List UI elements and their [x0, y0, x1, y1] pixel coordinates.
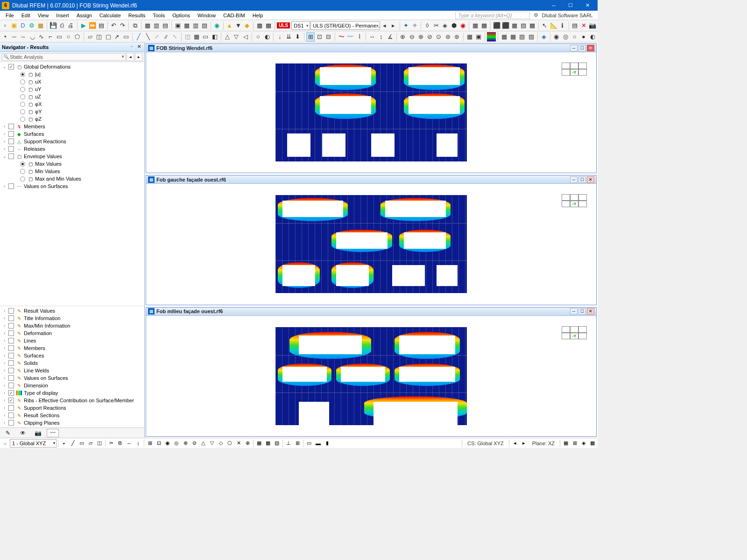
view-header[interactable]: ▦ Fob gauche façade ouest.rf6 ─ ☐ ✕	[146, 175, 596, 184]
iso-icon[interactable]: ◈	[540, 32, 548, 42]
nav-tab-data-icon[interactable]: ✎	[2, 429, 14, 437]
sb-member-icon[interactable]: ▭	[78, 439, 86, 448]
show4-icon[interactable]: ●	[579, 32, 588, 42]
menu-help[interactable]: Help	[249, 12, 267, 19]
camera-icon[interactable]: 📷	[588, 21, 597, 30]
tree-item[interactable]: ▢ φX	[0, 100, 144, 108]
nav-tab-results-icon[interactable]: 〰	[47, 429, 59, 437]
view-canvas[interactable]: -Y	[146, 184, 596, 304]
sb-snap7-icon[interactable]: △	[199, 439, 207, 448]
hinge2-icon[interactable]: ◐	[263, 32, 271, 42]
menu-assign[interactable]: Assign	[73, 12, 96, 19]
show-numbers-icon[interactable]: ▤	[161, 21, 169, 30]
view-minimize-button[interactable]: ─	[570, 45, 578, 51]
tree-item[interactable]: › ✎ Support Reactions	[0, 404, 144, 412]
rect-icon[interactable]: ▭	[55, 32, 63, 42]
surf4-icon[interactable]: ➚	[113, 32, 121, 42]
display3-icon[interactable]: ▥	[191, 21, 200, 30]
save-icon[interactable]: 💾	[49, 21, 57, 30]
tree-item[interactable]: ▢ φZ	[0, 115, 144, 123]
view-canvas[interactable]: -Y	[146, 316, 596, 436]
redo-icon[interactable]: ↷	[118, 21, 127, 30]
dim2-icon[interactable]: ↕	[377, 32, 385, 42]
tool1-icon[interactable]: ◊	[423, 21, 431, 30]
model-manager-icon[interactable]: ⚙	[28, 21, 36, 30]
graph2-icon[interactable]: 〰	[346, 32, 354, 42]
save-all-icon[interactable]: ⎙	[58, 21, 66, 30]
sb-node-icon[interactable]: •	[60, 439, 68, 448]
show2-icon[interactable]: ◎	[561, 32, 570, 42]
sb-grid-icon[interactable]: ⊞	[293, 439, 302, 448]
analysis-next-button[interactable]: ▸	[135, 53, 142, 61]
viewmode1-icon[interactable]: ▦	[471, 21, 479, 30]
tree-item[interactable]: › Type of display	[0, 389, 144, 397]
member5-icon[interactable]: ⟍	[170, 32, 179, 42]
tool2-icon[interactable]: ✂	[432, 21, 440, 30]
sb-snap9-icon[interactable]: ◇	[217, 439, 225, 448]
tree-item[interactable]: › ↔ Releases	[0, 145, 144, 153]
show5-icon[interactable]: ◐	[588, 32, 597, 42]
render2-icon[interactable]: ⬛	[501, 21, 510, 30]
navigator-close-icon[interactable]: ✕	[136, 44, 142, 50]
sb-solid-icon[interactable]: ◫	[95, 439, 104, 448]
extra9-icon[interactable]: ▣	[474, 32, 483, 42]
view-minimize-button[interactable]: ─	[570, 308, 578, 315]
sb-snap2-icon[interactable]: ⊡	[155, 439, 163, 448]
snap2-icon[interactable]: ⊡	[315, 32, 324, 42]
calculate-icon[interactable]: ▶	[79, 21, 88, 30]
support2-icon[interactable]: ▽	[232, 32, 240, 42]
tree-item[interactable]: › ✎ Max/Min Information	[0, 322, 144, 329]
surf3-icon[interactable]: ▢	[104, 32, 112, 42]
sb-ortho-icon[interactable]: ⊥	[284, 439, 293, 448]
block-manager-icon[interactable]: ▦	[36, 21, 45, 30]
nav-tab-display-icon[interactable]: 👁	[17, 429, 29, 437]
tree-item[interactable]: ▢ φY	[0, 108, 144, 115]
tree-item[interactable]: › ✎ Result Sections	[0, 412, 144, 419]
addon5-icon[interactable]: ▦	[255, 21, 264, 30]
print-icon[interactable]: 🖨	[67, 21, 75, 30]
sb-view2-icon[interactable]: ▩	[264, 439, 272, 448]
sb-snap11-icon[interactable]: ✕	[234, 439, 243, 448]
view-header[interactable]: ▦ FOB Stiring Wendel.rf6 ─ ☐ ✕	[146, 44, 596, 52]
sb-snap1-icon[interactable]: ⊞	[146, 439, 154, 448]
display2-icon[interactable]: ▦	[183, 21, 191, 30]
next-loadcase-icon[interactable]: ▸	[389, 21, 398, 30]
sb-snap3-icon[interactable]: ◉	[163, 439, 172, 448]
tree-item[interactable]: › ✎ Members	[0, 344, 144, 352]
dim3-icon[interactable]: ∡	[386, 32, 394, 42]
axis-navigator[interactable]: -Y	[562, 189, 588, 212]
render3-icon[interactable]: ▦	[510, 21, 519, 30]
design-situation-combo[interactable]: DS1	[291, 21, 310, 30]
sb-edit1-icon[interactable]: ✂	[107, 439, 115, 448]
menu-window[interactable]: Window	[194, 12, 219, 19]
snap3-icon[interactable]: ⊟	[324, 32, 333, 42]
sb-plane3-icon[interactable]: ▮	[323, 439, 331, 448]
show3-icon[interactable]: ○	[570, 32, 578, 42]
surf1-icon[interactable]: ▱	[86, 32, 94, 42]
tree-item[interactable]: › ✎ Surfaces	[0, 352, 144, 359]
snap1-icon[interactable]: ⊞	[306, 32, 315, 42]
tool3-icon[interactable]: ◈	[441, 21, 449, 30]
axis-navigator[interactable]: -Y	[562, 322, 588, 344]
show1-icon[interactable]: ◉	[552, 32, 561, 42]
settings-icon[interactable]: ⚙	[534, 12, 538, 18]
tree-item[interactable]: › ✎ Ribs - Effective Contribution on Sur…	[0, 397, 144, 404]
extra7-icon[interactable]: ⊛	[452, 32, 461, 42]
solid2-icon[interactable]: ▦	[192, 32, 201, 42]
tree-item[interactable]: › △ Support Reactions	[0, 138, 144, 145]
sb-edit2-icon[interactable]: ⧉	[116, 439, 124, 448]
polyline-icon[interactable]: ⌐	[46, 32, 55, 42]
sb-view3-icon[interactable]: ▧	[273, 439, 281, 448]
analysis-prev-button[interactable]: ◂	[127, 53, 134, 61]
extra5-icon[interactable]: ⊙	[435, 32, 443, 42]
support1-icon[interactable]: △	[223, 32, 232, 42]
sb-view1-icon[interactable]: ▦	[255, 439, 263, 448]
tree-item[interactable]: ▢ Min Values	[0, 168, 144, 175]
tree-item[interactable]: › ✎ Line Welds	[0, 367, 144, 374]
axis-navigator[interactable]: -Y	[562, 58, 588, 80]
line-icon[interactable]: ─	[10, 32, 18, 42]
tree-item[interactable]: › ✎ Dimension	[0, 382, 144, 389]
prev-loadcase-icon[interactable]: ◂	[381, 21, 389, 30]
extra3-icon[interactable]: ⊗	[416, 32, 425, 42]
tree-item[interactable]: ⌄ ▢ Envelope Values	[0, 153, 144, 160]
